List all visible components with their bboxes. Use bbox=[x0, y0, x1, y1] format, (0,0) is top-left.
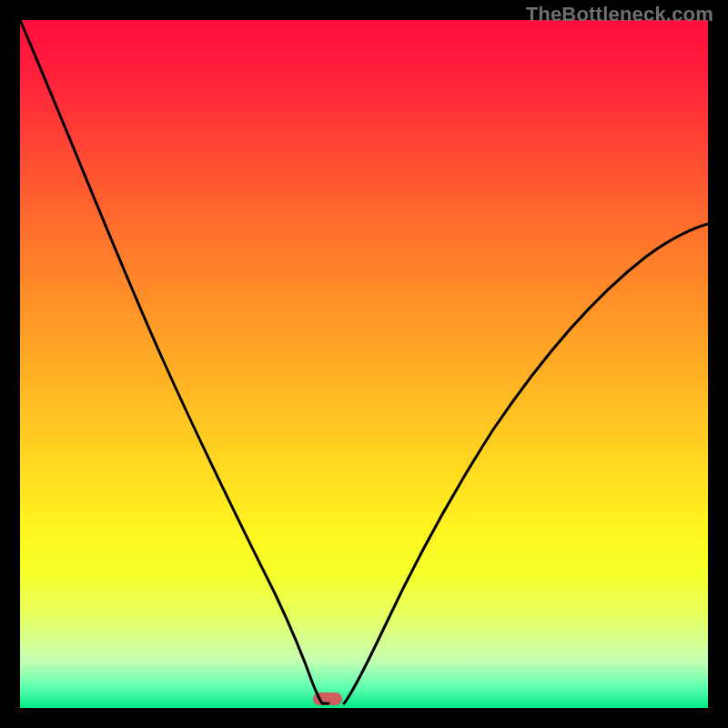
watermark-text: TheBottleneck.com bbox=[526, 3, 713, 26]
plot-area bbox=[20, 20, 708, 708]
curve-left bbox=[20, 20, 329, 703]
curve-canvas bbox=[20, 20, 708, 708]
curve-right bbox=[344, 224, 708, 703]
chart-frame: TheBottleneck.com bbox=[0, 0, 728, 728]
